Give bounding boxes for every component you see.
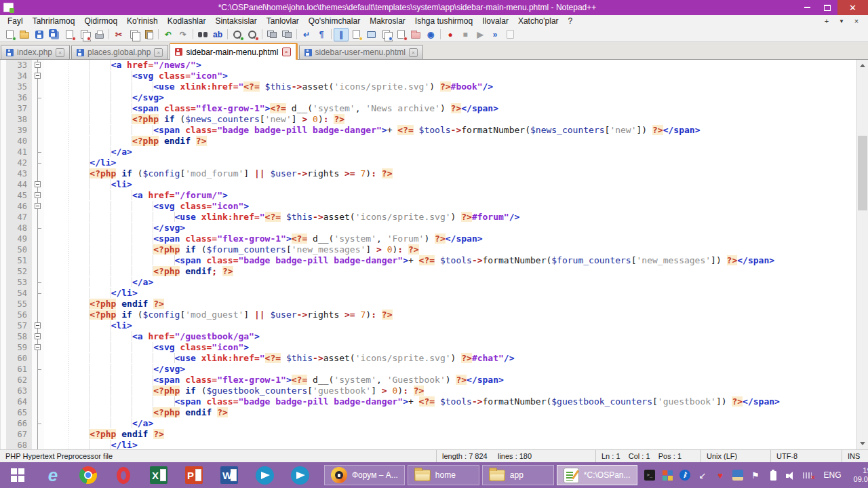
minimize-button[interactable] (797, 0, 817, 15)
fold-margin[interactable] (32, 353, 44, 364)
fold-margin[interactable] (32, 157, 44, 168)
scrollbar-thumb[interactable] (858, 136, 867, 210)
word-button[interactable]: W (212, 462, 247, 488)
folder-as-workspace-button[interactable] (408, 28, 423, 41)
bookmark-margin[interactable] (1, 81, 6, 92)
code-text[interactable]: <a href="/news/"> (44, 60, 856, 71)
sync-horizontal-scroll-button[interactable] (279, 28, 294, 41)
bookmark-margin[interactable] (1, 201, 6, 212)
code-text[interactable]: <svg class="icon"> (44, 71, 856, 81)
code-text[interactable]: <?php endif ?> (44, 407, 856, 418)
bookmark-margin[interactable] (1, 266, 6, 277)
close-button[interactable]: ✕ (837, 0, 868, 15)
bookmark-margin[interactable] (1, 396, 6, 407)
bookmark-margin[interactable] (1, 320, 6, 331)
menubar-item-3[interactable]: Ko'rinish (122, 16, 163, 26)
menubar-item-12[interactable]: ? (564, 16, 578, 26)
bookmark-margin[interactable] (1, 223, 6, 233)
fold-margin[interactable] (32, 320, 44, 331)
osp-tray-icon[interactable] (662, 470, 673, 481)
fold-margin[interactable] (32, 201, 44, 212)
fold-margin[interactable] (32, 114, 44, 125)
bookmark-margin[interactable] (1, 407, 6, 418)
show-all-characters-button[interactable]: ¶ (314, 28, 329, 41)
start-button[interactable] (0, 462, 35, 488)
open-file-button[interactable] (17, 28, 32, 41)
internet-explorer-button[interactable]: e (35, 462, 71, 488)
indent-guide-button[interactable]: ∥ (334, 28, 349, 41)
bookmark-margin[interactable] (1, 353, 6, 364)
fold-margin[interactable] (32, 375, 44, 386)
code-text[interactable]: <span class="badge badge-pill badge-dang… (44, 396, 856, 407)
scroll-down-arrow-icon[interactable] (857, 438, 868, 449)
save-button[interactable] (32, 28, 47, 41)
bookmark-margin[interactable] (1, 71, 6, 81)
paste-button[interactable] (141, 28, 156, 41)
menubar-item-5[interactable]: Sintaksislar (210, 16, 261, 26)
bookmark-margin[interactable] (1, 233, 6, 244)
network-tray-icon[interactable] (803, 470, 814, 481)
code-text[interactable]: </a> (44, 418, 856, 429)
code-text[interactable]: <use xlink:href="<?= $this->asset('icons… (44, 353, 856, 364)
close-all-button[interactable] (77, 28, 92, 41)
tab-places.global.php[interactable]: places.global.php× (71, 45, 168, 59)
fold-margin[interactable] (32, 440, 44, 449)
menubar-item-2[interactable]: Qidirmoq (79, 16, 122, 26)
fold-margin[interactable] (32, 212, 44, 223)
code-text[interactable]: <use xlink:href="<?= $this->asset('icons… (44, 81, 856, 92)
keyboard-layout-tray-icon[interactable] (732, 470, 744, 481)
fold-margin[interactable] (32, 277, 44, 288)
code-text[interactable]: </li> (44, 440, 856, 449)
word-wrap-button[interactable]: ↵ (299, 28, 314, 41)
bookmark-margin[interactable] (1, 255, 6, 266)
document-map-button[interactable] (378, 28, 393, 41)
bookmark-margin[interactable] (1, 60, 6, 71)
code-text[interactable]: <li> (44, 179, 856, 190)
action-center-flag-icon[interactable]: ⚑ (750, 470, 762, 481)
new-file-button[interactable] (2, 28, 17, 41)
tab-sidebar-main-menu.phtml[interactable]: sidebar-main-menu.phtml× (170, 43, 297, 60)
code-text[interactable]: <?php if ($forum_counters['new_messages'… (44, 244, 856, 255)
fold-margin[interactable] (32, 179, 44, 190)
bookmark-margin[interactable] (1, 440, 6, 449)
menubar-item-11[interactable]: Xatcho'plar (513, 16, 564, 26)
fold-margin[interactable] (32, 364, 44, 375)
fold-collapse-icon[interactable] (35, 322, 41, 329)
code-text[interactable]: <?php endif ?> (44, 429, 856, 440)
fold-margin[interactable] (32, 168, 44, 179)
bookmark-margin[interactable] (1, 309, 6, 320)
fold-margin[interactable] (32, 299, 44, 309)
fold-collapse-icon[interactable] (35, 192, 41, 198)
print-button[interactable] (92, 28, 106, 41)
tab-close-icon[interactable]: × (409, 48, 418, 57)
macro-save-button[interactable] (502, 28, 517, 41)
fold-margin[interactable] (32, 342, 44, 353)
scroll-up-arrow-icon[interactable] (857, 60, 868, 71)
code-text[interactable]: </li> (44, 157, 856, 168)
undo-button[interactable]: ↶ (161, 28, 176, 41)
macro-play-button[interactable]: ▶ (473, 28, 488, 41)
close-file-button[interactable] (62, 28, 77, 41)
menubar-item-7[interactable]: Qo'shimchalar (304, 16, 365, 26)
opera-button[interactable] (106, 462, 141, 488)
tab-close-icon[interactable]: × (282, 48, 291, 56)
bookmark-margin[interactable] (1, 429, 6, 440)
menubar-item-8[interactable]: Makroslar (365, 16, 410, 26)
statusbar-encoding[interactable]: UTF-8 (771, 450, 842, 462)
code-text[interactable]: <a href="/guestbook/ga"> (44, 331, 856, 342)
code-text[interactable]: <?php if ($guestbook_counters['guestbook… (44, 386, 856, 396)
fold-margin[interactable] (32, 136, 44, 147)
fold-margin[interactable] (32, 266, 44, 277)
fold-margin[interactable] (32, 233, 44, 244)
code-text[interactable]: <span class="badge badge-pill badge-dang… (44, 255, 856, 266)
bookmark-margin[interactable] (1, 103, 6, 114)
fold-collapse-icon[interactable] (35, 181, 41, 187)
macro-record-button[interactable]: ● (443, 28, 458, 41)
bookmark-margin[interactable] (1, 418, 6, 429)
code-text[interactable]: <?php if ($config['mod_forum'] || $user-… (44, 168, 856, 179)
code-text[interactable]: <li> (44, 320, 856, 331)
tab-index.php[interactable]: index.php× (1, 45, 70, 59)
code-text[interactable]: <span class="flex-grow-1"><?= d__('syste… (44, 103, 856, 114)
replace-button[interactable]: ab (210, 28, 225, 41)
document-monitoring-button[interactable]: ◉ (423, 28, 438, 41)
